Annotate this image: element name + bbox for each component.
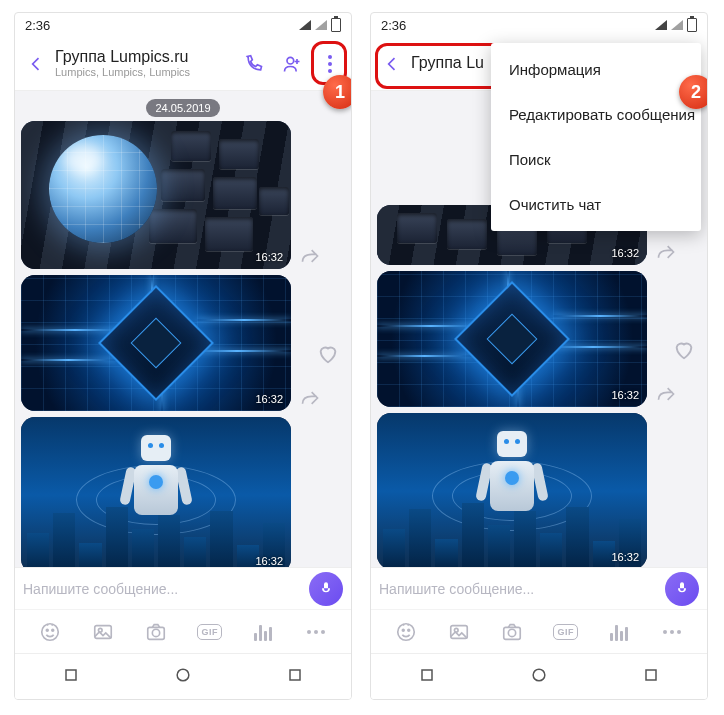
forward-button[interactable]	[297, 385, 323, 411]
context-menu: Информация Редактировать сообщения Поиск…	[491, 43, 701, 231]
message-row: 16:32	[21, 275, 345, 411]
gallery-button[interactable]	[89, 618, 117, 646]
status-bar: 2:36	[371, 13, 707, 37]
phone-screenshot-2: 2:36 Группа Lu Информация Редактировать …	[370, 12, 708, 700]
forward-button[interactable]	[653, 381, 679, 407]
svg-rect-8	[66, 670, 76, 680]
more-attach-button[interactable]	[658, 618, 686, 646]
message-time: 16:32	[611, 389, 639, 401]
message-row: 16:32	[377, 413, 701, 567]
more-vertical-icon	[328, 55, 332, 73]
svg-point-9	[177, 669, 189, 681]
image-message[interactable]: 16:32	[377, 413, 647, 567]
menu-item-info[interactable]: Информация	[491, 47, 701, 92]
android-nav-bar	[371, 653, 707, 699]
nav-back-button[interactable]	[61, 665, 81, 689]
add-user-button[interactable]	[277, 49, 307, 79]
svg-point-1	[41, 623, 58, 640]
app-bar: Группа Lumpics.ru Lumpics, Lumpics, Lump…	[15, 37, 351, 91]
svg-rect-10	[290, 670, 300, 680]
image-message[interactable]: 16:32	[21, 275, 291, 411]
call-button[interactable]	[239, 49, 269, 79]
sticker-button[interactable]	[392, 618, 420, 646]
callout-badge-2: 2	[679, 75, 708, 109]
status-bar: 2:36	[15, 13, 351, 37]
message-input[interactable]	[23, 581, 301, 597]
message-time: 16:32	[255, 251, 283, 263]
message-row: 16:32	[21, 417, 345, 567]
nav-home-button[interactable]	[529, 665, 549, 689]
message-time: 16:32	[611, 551, 639, 563]
svg-rect-18	[422, 670, 432, 680]
svg-point-13	[407, 629, 409, 631]
chat-scroll-area[interactable]: 24.05.2019 16:32 16:32	[15, 91, 351, 567]
date-chip: 24.05.2019	[146, 99, 220, 117]
svg-point-2	[46, 629, 48, 631]
phone-screenshot-1: 2:36 Группа Lumpics.ru Lumpics, Lumpics,…	[14, 12, 352, 700]
message-row: 16:32	[377, 271, 701, 407]
message-time: 16:32	[255, 555, 283, 567]
svg-point-3	[51, 629, 53, 631]
signal-icon	[655, 20, 667, 30]
audio-button[interactable]	[605, 618, 633, 646]
nav-back-button[interactable]	[417, 665, 437, 689]
status-time: 2:36	[381, 18, 406, 33]
forward-button[interactable]	[653, 239, 679, 265]
message-row: 16:32	[21, 121, 345, 269]
svg-point-12	[402, 629, 404, 631]
message-composer	[371, 567, 707, 609]
chat-subtitle: Lumpics, Lumpics, Lumpics	[55, 66, 231, 79]
signal-icon	[671, 20, 683, 30]
voice-record-button[interactable]	[309, 572, 343, 606]
svg-point-17	[509, 629, 516, 636]
android-nav-bar	[15, 653, 351, 699]
camera-button[interactable]	[498, 618, 526, 646]
chat-title: Группа Lumpics.ru	[55, 48, 231, 66]
signal-icon	[299, 20, 311, 30]
menu-item-edit[interactable]: Редактировать сообщения	[491, 92, 701, 137]
camera-button[interactable]	[142, 618, 170, 646]
attachment-row: GIF	[15, 609, 351, 653]
gif-button[interactable]: GIF	[196, 618, 224, 646]
message-time: 16:32	[611, 247, 639, 259]
gif-button[interactable]: GIF	[552, 618, 580, 646]
svg-rect-20	[646, 670, 656, 680]
more-menu-button[interactable]	[315, 49, 345, 79]
message-input[interactable]	[379, 581, 657, 597]
signal-icon	[315, 20, 327, 30]
battery-icon	[331, 18, 341, 32]
svg-point-0	[287, 57, 294, 64]
image-message[interactable]: 16:32	[377, 271, 647, 407]
image-message[interactable]: 16:32	[21, 417, 291, 567]
forward-button[interactable]	[297, 243, 323, 269]
audio-button[interactable]	[249, 618, 277, 646]
nav-home-button[interactable]	[173, 665, 193, 689]
sticker-button[interactable]	[36, 618, 64, 646]
svg-point-7	[153, 629, 160, 636]
battery-icon	[687, 18, 697, 32]
voice-record-button[interactable]	[665, 572, 699, 606]
svg-point-11	[397, 623, 414, 640]
nav-recent-button[interactable]	[641, 665, 661, 689]
like-button[interactable]	[671, 337, 697, 363]
back-button[interactable]	[381, 53, 403, 75]
message-time: 16:32	[255, 393, 283, 405]
message-composer	[15, 567, 351, 609]
menu-item-search[interactable]: Поиск	[491, 137, 701, 182]
attachment-row: GIF	[371, 609, 707, 653]
like-button[interactable]	[315, 341, 341, 367]
status-time: 2:36	[25, 18, 50, 33]
callout-badge-1: 1	[323, 75, 352, 109]
back-button[interactable]	[25, 53, 47, 75]
chat-title-block[interactable]: Группа Lumpics.ru Lumpics, Lumpics, Lump…	[55, 48, 231, 79]
svg-point-19	[533, 669, 545, 681]
more-attach-button[interactable]	[302, 618, 330, 646]
image-message[interactable]: 16:32	[21, 121, 291, 269]
menu-item-clear[interactable]: Очистить чат	[491, 182, 701, 227]
gallery-button[interactable]	[445, 618, 473, 646]
nav-recent-button[interactable]	[285, 665, 305, 689]
